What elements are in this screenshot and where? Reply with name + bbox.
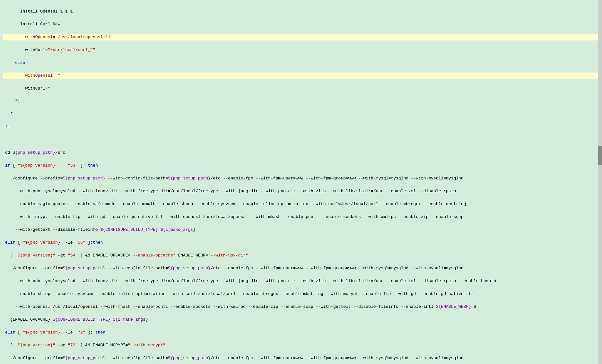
code-viewport: Install_Openssl_1_1_1 Install_Curl_New w…	[0, 1, 602, 364]
line-6: withOpenssl=""	[3, 73, 599, 79]
line-12: cd ${php_setup_path}/src	[3, 150, 599, 156]
line-13: if [ "${php_version}" == "53" ]; then	[3, 162, 599, 169]
line-25: {ENABLE_OPCACHE} ${CONFIGURE_BUILD_TYPE}…	[3, 316, 599, 323]
line-27: [ "${php_version}" -ge "72" ] && ENABLE_…	[3, 342, 599, 349]
line-5: else	[3, 60, 599, 66]
line-3: withOpenssl="/usr/local/openssl111"	[3, 34, 599, 40]
line-20: [ "${php_version}" -gt "54" ] && ENABLE_…	[3, 252, 599, 259]
line-28: ./configure --prefix=${php_setup_path} -…	[3, 355, 599, 361]
line-19: elif [ "${php_version}" -le "56" ];then	[3, 239, 599, 246]
line-24: --with-openssl=/usr/local/openssl --with…	[3, 304, 599, 310]
line-9: fi	[3, 111, 599, 117]
line-14: ./configure --prefix=${php_setup_path} -…	[3, 175, 599, 182]
line-11	[3, 137, 599, 143]
line-21: ./configure --prefix=${php_setup_path} -…	[3, 265, 599, 272]
line-8: fi	[3, 98, 599, 105]
code-content: Install_Openssl_1_1_1 Install_Curl_New w…	[0, 1, 602, 364]
line-10: fi	[3, 124, 599, 130]
line-18: --with-gettext --disable-fileinfo ${CONF…	[3, 227, 599, 233]
line-4: withCurl="/usr/local/curl_2"	[3, 47, 599, 53]
line-16: --enable-magic-quotes --enable-safe-mode…	[3, 201, 599, 207]
code-editor: Install_Openssl_1_1_1 Install_Curl_New w…	[0, 0, 602, 364]
line-26: elif [ "${php_version}" -le "72" ]; then	[3, 329, 599, 336]
line-2: Install_Curl_New	[3, 21, 599, 28]
line-23: --enable-shmop --enable-sysvsem --enable…	[3, 291, 599, 297]
scrollbar-thumb[interactable]	[598, 146, 602, 165]
line-22: --with-pdo-mysql=mysqlnd --with-iconv-di…	[3, 278, 599, 284]
scrollbar[interactable]	[598, 0, 602, 364]
line-7: withCurl=""	[3, 85, 599, 92]
line-17: --with-mcrypt --enable-ftp --with-gd --e…	[3, 214, 599, 220]
line-15: --with-pdo-mysql=mysqlnd --with-iconv-di…	[3, 188, 599, 195]
line-1: Install_Openssl_1_1_1	[3, 8, 599, 15]
